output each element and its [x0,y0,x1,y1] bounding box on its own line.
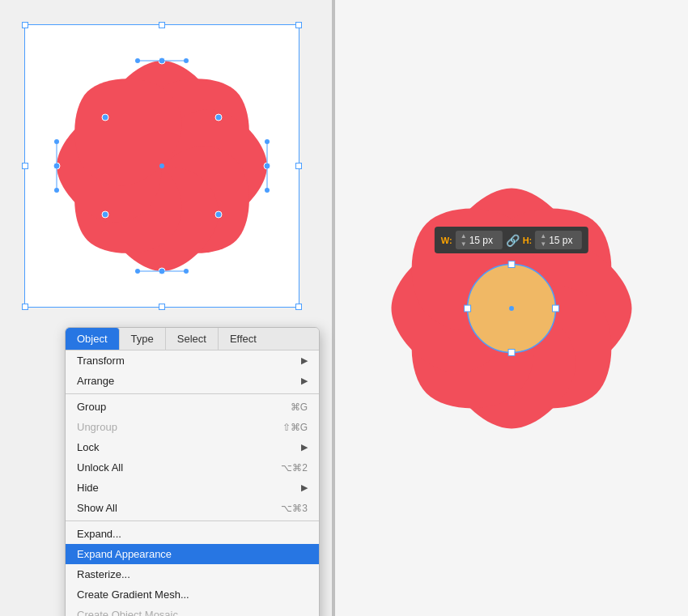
svg-point-23 [54,188,59,193]
menu-item-gradient-mesh[interactable]: Create Gradient Mesh... [66,584,319,605]
flower-left-svg [25,25,299,307]
menu-item-unlock-all[interactable]: Unlock All ⌥⌘2 [66,457,319,478]
menu-tab-select[interactable]: Select [166,328,219,350]
handle-br[interactable] [295,304,302,310]
svg-point-11 [184,58,189,63]
menu-item-group[interactable]: Group ⌘G [66,397,319,417]
menu-item-object-mosaic: Create Object Mosaic... [66,605,319,616]
svg-point-22 [54,139,59,144]
h-spinner-up[interactable]: ▲▼ [540,232,546,248]
w-field[interactable]: ▲▼ 15 px [456,231,503,249]
menu-item-lock[interactable]: Lock ▶ [66,437,319,457]
menu-item-expand-appearance[interactable]: Expand Appearance [66,544,319,564]
wh-toolbar: W: ▲▼ 15 px 🔗 H: ▲▼ 15 px [435,227,588,253]
w-label: W: [441,236,452,245]
svg-point-7 [102,114,108,121]
menu-item-transform-label: Transform [77,355,125,367]
unlock-all-shortcut: ⌥⌘2 [281,462,308,474]
menu-item-show-all[interactable]: Show All ⌥⌘3 [66,498,319,518]
svg-point-1 [215,114,222,121]
svg-rect-27 [508,261,515,267]
handle-bl[interactable] [22,304,28,310]
separator-2 [66,520,319,521]
menu-tab-effect[interactable]: Effect [219,328,268,350]
w-spinner-up[interactable]: ▲▼ [461,232,467,248]
menu-item-lock-label: Lock [77,441,99,453]
handle-bm[interactable] [159,304,165,310]
svg-point-24 [159,164,164,168]
menu-item-ungroup: Ungroup ⇧⌘G [66,417,319,437]
show-all-shortcut: ⌥⌘3 [281,503,308,514]
menu-item-expand-label: Expand... [77,528,121,540]
left-panel: Object Type Select Effect Transform ▶ Ar… [0,0,332,616]
link-icon[interactable]: 🔗 [506,234,520,247]
menu-item-unlock-all-label: Unlock All [77,461,123,474]
h-value: 15 px [549,235,577,246]
arrow-icon: ▶ [301,482,308,493]
h-field[interactable]: ▲▼ 15 px [535,231,582,249]
svg-point-15 [265,188,270,193]
menu-item-expand-appearance-label: Expand Appearance [77,548,172,560]
menu-tab-type[interactable]: Type [120,328,166,350]
handle-tl[interactable] [22,22,28,28]
svg-rect-30 [552,305,558,312]
svg-point-10 [135,58,140,63]
menu-item-rasterize[interactable]: Rasterize... [66,564,319,584]
context-menu[interactable]: Object Type Select Effect Transform ▶ Ar… [65,327,320,616]
ungroup-shortcut: ⇧⌘G [282,422,308,433]
menu-item-arrange[interactable]: Arrange ▶ [66,371,319,391]
menu-item-expand[interactable]: Expand... [66,524,319,544]
menu-item-hide[interactable]: Hide ▶ [66,478,319,498]
svg-point-3 [215,211,222,218]
menu-item-rasterize-label: Rasterize... [77,568,130,580]
handle-tm[interactable] [159,22,165,28]
menu-tabs: Object Type Select Effect [66,328,319,350]
menu-item-group-label: Group [77,401,106,413]
main-area: Object Type Select Effect Transform ▶ Ar… [0,0,688,616]
menu-item-hide-label: Hide [77,482,99,494]
w-value: 15 px [469,235,498,246]
handle-tr[interactable] [295,22,302,28]
svg-rect-28 [508,349,515,355]
menu-item-transform[interactable]: Transform ▶ [66,350,319,371]
svg-rect-29 [465,305,471,312]
arrow-icon: ▶ [301,355,308,366]
arrow-icon: ▶ [301,442,308,452]
right-panel: W: ▲▼ 15 px 🔗 H: ▲▼ 15 px [335,0,688,616]
arrow-icon: ▶ [301,376,308,386]
separator-1 [66,393,319,394]
right-flower-container: W: ▲▼ 15 px 🔗 H: ▲▼ 15 px [351,16,672,600]
svg-point-14 [265,139,270,144]
menu-item-arrange-label: Arrange [77,375,114,387]
flower-right-svg [351,138,672,478]
svg-point-31 [509,306,514,311]
menu-tab-object[interactable]: Object [66,328,120,350]
svg-point-19 [184,269,189,274]
menu-item-gradient-mesh-label: Create Gradient Mesh... [77,588,189,601]
handle-ml[interactable] [22,163,28,169]
canvas-area [24,24,299,308]
group-shortcut: ⌘G [291,401,308,413]
menu-item-object-mosaic-label: Create Object Mosaic... [77,609,187,616]
handle-mr[interactable] [295,163,302,169]
menu-item-ungroup-label: Ungroup [77,421,117,433]
h-label: H: [523,236,533,245]
svg-point-5 [102,211,108,218]
svg-point-18 [135,269,140,274]
menu-item-show-all-label: Show All [77,502,117,514]
